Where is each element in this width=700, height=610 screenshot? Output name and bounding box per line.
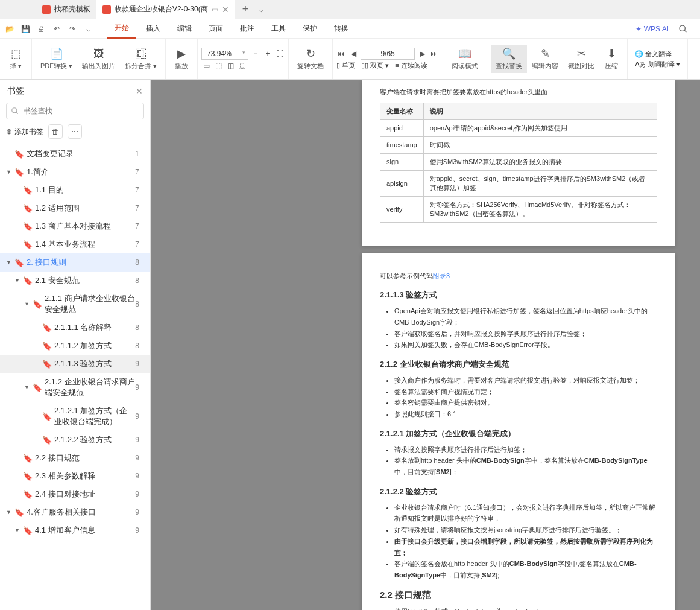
search-icon[interactable] bbox=[671, 24, 695, 34]
view-icon-4[interactable]: ⿴ bbox=[238, 61, 247, 71]
view-icon-1[interactable]: ▭ bbox=[201, 61, 211, 71]
svg-line-1 bbox=[684, 30, 686, 32]
bookmark-icon: 🔖 bbox=[14, 168, 23, 177]
add-bookmark-button[interactable]: ⊕ 添加书签 bbox=[6, 127, 43, 137]
edit-content-button[interactable]: ✎ 编辑内容 bbox=[527, 45, 563, 73]
menu-convert[interactable]: 转换 bbox=[327, 19, 356, 39]
appendix-link[interactable]: 附录3 bbox=[433, 272, 450, 279]
reading-mode-button[interactable]: 📖 阅读模式 bbox=[447, 45, 483, 73]
view-icon-2[interactable]: ⬚ bbox=[213, 61, 223, 71]
bookmark-item[interactable]: 🔖1.3 商户基本对接流程7 bbox=[0, 217, 150, 235]
print-icon[interactable]: 🖨 bbox=[36, 24, 46, 34]
tree-toggle-icon[interactable]: ▼ bbox=[24, 301, 31, 307]
search-icon bbox=[11, 107, 19, 115]
close-icon[interactable]: ✕ bbox=[222, 5, 229, 14]
bookmark-item[interactable]: 🔖2.1.2.2 验签方式9 bbox=[0, 431, 150, 449]
bookmark-item[interactable]: ▼🔖2.1.1 商户请求企业收银台安全规范8 bbox=[0, 290, 150, 319]
bookmark-item[interactable]: 🔖2.4 接口对接地址9 bbox=[0, 485, 150, 503]
undo-icon[interactable]: ↶ bbox=[52, 24, 61, 34]
bookmark-item[interactable]: ▼🔖2. 接口规则8 bbox=[0, 253, 150, 272]
bookmark-item[interactable]: 🔖2.1.1.2 加签方式8 bbox=[0, 337, 150, 355]
rotate-button[interactable]: ↻ 旋转文档 bbox=[292, 45, 329, 73]
find-replace-button[interactable]: 🔍 查找替换 bbox=[491, 45, 527, 73]
heading-2121: 2.1.2.1 加签方式（企业收银台端完成） bbox=[380, 428, 657, 439]
bookmark-label: 2.1.2.1 加签方式（企业收银台端完成） bbox=[54, 405, 135, 427]
play-button[interactable]: ▶ 播放 bbox=[169, 45, 194, 73]
redo-icon[interactable]: ↷ bbox=[68, 24, 77, 34]
bookmark-item[interactable]: 🔖1.4 基本业务流程7 bbox=[0, 235, 150, 253]
more-icon[interactable]: ⋯ bbox=[68, 124, 82, 139]
tree-toggle-icon[interactable]: ▼ bbox=[6, 169, 13, 175]
next-page-icon[interactable]: ▶ bbox=[417, 49, 427, 59]
bookmark-item[interactable]: 🔖文档变更记录1 bbox=[0, 145, 150, 163]
output-image-button[interactable]: 🖼 输出为图片 bbox=[77, 45, 120, 73]
save-icon[interactable]: 💾 bbox=[20, 24, 30, 34]
menu-annotate[interactable]: 批注 bbox=[233, 19, 262, 39]
bookmark-item[interactable]: 🔖2.1.2.1 加签方式（企业收银台端完成）9 bbox=[0, 402, 150, 431]
menu-protect[interactable]: 保护 bbox=[295, 19, 324, 39]
bookmark-item[interactable]: ▼🔖4.客户服务相关接口9 bbox=[0, 503, 150, 521]
bookmark-search-input[interactable] bbox=[6, 103, 144, 119]
double-page-button[interactable]: ▯▯ 双页 ▾ bbox=[361, 61, 389, 70]
menu-edit[interactable]: 编辑 bbox=[170, 19, 199, 39]
zoom-out-icon[interactable]: − bbox=[251, 49, 260, 59]
last-page-icon[interactable]: ⏭ bbox=[429, 49, 439, 59]
header-table: 变量名称说明 appidopenApi申请的appid&secret,作为网关加… bbox=[380, 103, 657, 223]
pdf-convert-button[interactable]: 📄 PDF转换 ▾ bbox=[36, 45, 77, 73]
fit-icon[interactable]: ⛶ bbox=[275, 49, 285, 59]
page-9-top: 客户端在请求时需要把加签要素放在https的header头里面 变量名称说明 a… bbox=[362, 80, 675, 246]
page-indicator[interactable]: 9/65 bbox=[361, 48, 415, 60]
view-icon-3[interactable]: ◫ bbox=[225, 61, 235, 71]
menu-tools[interactable]: 工具 bbox=[264, 19, 293, 39]
single-page-button[interactable]: ▯ 单页 bbox=[336, 61, 355, 70]
tree-toggle-icon[interactable]: ▼ bbox=[14, 278, 22, 284]
bookmark-icon: 🔖 bbox=[42, 412, 51, 421]
continuous-button[interactable]: ≡ 连续阅读 bbox=[395, 61, 427, 70]
menu-page[interactable]: 页面 bbox=[201, 19, 230, 39]
bookmark-item[interactable]: 🔖1.1 目的7 bbox=[0, 181, 150, 199]
bookmark-item[interactable]: ▼🔖1.简介7 bbox=[0, 163, 150, 181]
more-icon[interactable]: ⌵ bbox=[83, 24, 93, 34]
menu-start[interactable]: 开始 bbox=[107, 19, 136, 39]
bookmark-item[interactable]: 🔖2.1.1.1 名称解释8 bbox=[0, 319, 150, 337]
screenshot-compare-button[interactable]: ✂ 截图对比 bbox=[563, 45, 599, 73]
table-cell: openApi申请的appid&secret,作为网关加签使用 bbox=[423, 119, 657, 136]
split-merge-button[interactable]: ⿴ 拆分合并 ▾ bbox=[120, 45, 162, 73]
tab-add-button[interactable]: + bbox=[235, 3, 256, 16]
bookmark-item[interactable]: ▼🔖2.1 安全规范8 bbox=[0, 272, 150, 290]
tab-label: 找稻壳模板 bbox=[54, 4, 90, 14]
compress-button[interactable]: ⬇ 压缩 bbox=[599, 45, 623, 73]
tab-document[interactable]: 收款通企业收银台V2-0-30(商 ▭ ✕ bbox=[96, 0, 235, 19]
first-page-icon[interactable]: ⏮ bbox=[336, 49, 346, 59]
word-translate-button[interactable]: Aあ 划词翻译 ▾ bbox=[635, 60, 680, 69]
bookmark-item[interactable]: 🔖2.2 接口规范9 bbox=[0, 449, 150, 467]
tab-dropdown[interactable]: ⌵ bbox=[256, 5, 267, 14]
select-button[interactable]: ⬚ 择 ▾ bbox=[4, 45, 28, 73]
tree-toggle-icon[interactable]: ▼ bbox=[6, 509, 13, 515]
wps-ai-button[interactable]: ✦ WPS AI bbox=[635, 25, 669, 33]
delete-icon[interactable]: 🗑 bbox=[48, 124, 63, 139]
zoom-in-icon[interactable]: + bbox=[263, 49, 273, 59]
bookmark-label: 2. 接口规则 bbox=[27, 257, 135, 268]
bookmark-item[interactable]: 🔖2.1.1.3 验签方式9 bbox=[0, 355, 150, 373]
prev-page-icon[interactable]: ◀ bbox=[348, 49, 358, 59]
full-translate-button[interactable]: 🌐 全文翻译 bbox=[635, 49, 680, 59]
document-viewport[interactable]: 客户端在请求时需要把加签要素放在https的header头里面 变量名称说明 a… bbox=[151, 80, 700, 610]
tree-toggle-icon[interactable]: ▼ bbox=[6, 259, 13, 265]
bookmark-item[interactable]: ▼🔖2.1.2 企业收银台请求商户端安全规范9 bbox=[0, 373, 150, 402]
bookmark-page: 9 bbox=[135, 508, 144, 516]
bookmark-item[interactable]: 🔖1.2 适用范围7 bbox=[0, 199, 150, 217]
bookmark-item[interactable]: ▼🔖4.1 增加客户信息9 bbox=[0, 521, 150, 539]
zoom-combo[interactable]: 73.94% bbox=[201, 48, 248, 60]
tree-toggle-icon[interactable]: ▼ bbox=[24, 384, 31, 390]
window-icon[interactable]: ▭ bbox=[212, 5, 218, 14]
open-icon[interactable]: 📂 bbox=[5, 24, 14, 34]
menu-insert[interactable]: 插入 bbox=[139, 19, 168, 39]
close-icon[interactable]: ✕ bbox=[136, 86, 143, 96]
bookmark-page: 9 bbox=[135, 454, 144, 462]
tree-toggle-icon[interactable]: ▼ bbox=[14, 527, 22, 533]
tab-template[interactable]: 找稻壳模板 bbox=[36, 0, 96, 19]
bookmark-item[interactable]: 🔖2.3 相关参数解释9 bbox=[0, 467, 150, 485]
bookmark-page: 8 bbox=[135, 342, 144, 350]
table-cell: 使用SM3withSM2算法获取的业务报文的摘要 bbox=[423, 153, 657, 170]
